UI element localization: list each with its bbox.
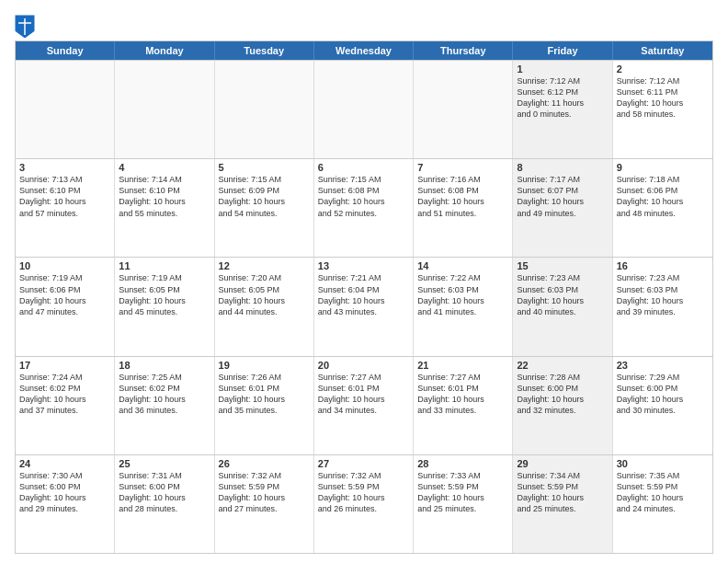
calendar-header-wednesday: Wednesday [314,41,414,60]
day-info: Sunrise: 7:31 AM Sunset: 6:00 PM Dayligh… [119,470,210,515]
day-number: 4 [119,162,210,173]
day-number: 25 [119,458,210,469]
calendar-cell: 13Sunrise: 7:21 AM Sunset: 6:04 PM Dayli… [314,258,414,355]
day-number: 7 [417,162,508,173]
day-info: Sunrise: 7:17 AM Sunset: 6:07 PM Dayligh… [517,174,608,219]
page: SundayMondayTuesdayWednesdayThursdayFrid… [0,0,728,563]
calendar-cell: 23Sunrise: 7:29 AM Sunset: 6:00 PM Dayli… [613,357,712,454]
day-number: 12 [219,260,310,271]
calendar-cell: 10Sunrise: 7:19 AM Sunset: 6:06 PM Dayli… [16,258,115,355]
calendar-cell: 9Sunrise: 7:18 AM Sunset: 6:06 PM Daylig… [613,159,712,257]
calendar-cell: 3Sunrise: 7:13 AM Sunset: 6:10 PM Daylig… [16,159,115,257]
calendar-header-sunday: Sunday [16,41,115,60]
day-number: 30 [617,458,709,469]
calendar-cell: 27Sunrise: 7:32 AM Sunset: 5:59 PM Dayli… [314,455,414,553]
day-info: Sunrise: 7:18 AM Sunset: 6:06 PM Dayligh… [617,174,709,219]
calendar-cell [16,61,115,158]
day-info: Sunrise: 7:34 AM Sunset: 5:59 PM Dayligh… [517,470,608,515]
day-number: 8 [517,162,608,173]
calendar-week-1: 1Sunrise: 7:12 AM Sunset: 6:12 PM Daylig… [16,60,712,158]
day-info: Sunrise: 7:32 AM Sunset: 5:59 PM Dayligh… [318,470,409,515]
calendar-cell: 19Sunrise: 7:26 AM Sunset: 6:01 PM Dayli… [215,357,314,454]
calendar-header-thursday: Thursday [414,41,513,60]
calendar-cell: 15Sunrise: 7:23 AM Sunset: 6:03 PM Dayli… [513,258,612,355]
calendar-cell: 4Sunrise: 7:14 AM Sunset: 6:10 PM Daylig… [115,159,214,257]
calendar-cell: 28Sunrise: 7:33 AM Sunset: 5:59 PM Dayli… [414,455,513,553]
day-info: Sunrise: 7:30 AM Sunset: 6:00 PM Dayligh… [19,470,110,515]
day-number: 19 [219,360,310,371]
calendar-header-saturday: Saturday [613,41,712,60]
day-info: Sunrise: 7:13 AM Sunset: 6:10 PM Dayligh… [19,174,110,219]
calendar-header: SundayMondayTuesdayWednesdayThursdayFrid… [16,41,712,60]
day-number: 5 [219,162,310,173]
day-info: Sunrise: 7:23 AM Sunset: 6:03 PM Dayligh… [617,272,709,317]
day-info: Sunrise: 7:28 AM Sunset: 6:00 PM Dayligh… [517,372,608,417]
calendar-cell: 17Sunrise: 7:24 AM Sunset: 6:02 PM Dayli… [16,357,115,454]
calendar-cell [414,61,513,158]
calendar-header-tuesday: Tuesday [215,41,314,60]
day-number: 9 [617,162,709,173]
calendar-cell: 24Sunrise: 7:30 AM Sunset: 6:00 PM Dayli… [16,455,115,553]
logo [15,15,35,35]
day-number: 11 [119,260,210,271]
day-number: 10 [19,260,110,271]
calendar-cell: 11Sunrise: 7:19 AM Sunset: 6:05 PM Dayli… [115,258,214,355]
calendar-cell: 5Sunrise: 7:15 AM Sunset: 6:09 PM Daylig… [215,159,314,257]
day-info: Sunrise: 7:15 AM Sunset: 6:08 PM Dayligh… [318,174,409,219]
logo-icon [15,15,31,35]
day-info: Sunrise: 7:35 AM Sunset: 5:59 PM Dayligh… [617,470,709,515]
day-info: Sunrise: 7:14 AM Sunset: 6:10 PM Dayligh… [119,174,210,219]
calendar-cell: 29Sunrise: 7:34 AM Sunset: 5:59 PM Dayli… [513,455,612,553]
day-info: Sunrise: 7:12 AM Sunset: 6:11 PM Dayligh… [617,75,709,121]
calendar-week-5: 24Sunrise: 7:30 AM Sunset: 6:00 PM Dayli… [16,454,712,553]
day-info: Sunrise: 7:33 AM Sunset: 5:59 PM Dayligh… [417,470,508,515]
day-info: Sunrise: 7:27 AM Sunset: 6:01 PM Dayligh… [318,372,409,417]
day-info: Sunrise: 7:29 AM Sunset: 6:00 PM Dayligh… [617,372,709,417]
calendar-cell: 7Sunrise: 7:16 AM Sunset: 6:08 PM Daylig… [414,159,513,257]
day-number: 23 [617,360,709,371]
calendar-cell: 2Sunrise: 7:12 AM Sunset: 6:11 PM Daylig… [613,61,712,158]
calendar-week-2: 3Sunrise: 7:13 AM Sunset: 6:10 PM Daylig… [16,158,712,257]
calendar-cell: 26Sunrise: 7:32 AM Sunset: 5:59 PM Dayli… [215,455,314,553]
day-info: Sunrise: 7:15 AM Sunset: 6:09 PM Dayligh… [219,174,310,219]
header [15,11,713,35]
day-info: Sunrise: 7:19 AM Sunset: 6:05 PM Dayligh… [119,272,210,317]
calendar-cell: 1Sunrise: 7:12 AM Sunset: 6:12 PM Daylig… [513,61,612,158]
day-info: Sunrise: 7:16 AM Sunset: 6:08 PM Dayligh… [417,174,508,219]
calendar: SundayMondayTuesdayWednesdayThursdayFrid… [15,40,713,554]
calendar-week-4: 17Sunrise: 7:24 AM Sunset: 6:02 PM Dayli… [16,356,712,454]
calendar-cell: 30Sunrise: 7:35 AM Sunset: 5:59 PM Dayli… [613,455,712,553]
day-number: 20 [318,360,409,371]
day-info: Sunrise: 7:26 AM Sunset: 6:01 PM Dayligh… [219,372,310,417]
day-number: 24 [19,458,110,469]
day-number: 17 [19,360,110,371]
calendar-cell: 22Sunrise: 7:28 AM Sunset: 6:00 PM Dayli… [513,357,612,454]
day-number: 27 [318,458,409,469]
day-info: Sunrise: 7:22 AM Sunset: 6:03 PM Dayligh… [417,272,508,317]
calendar-header-friday: Friday [513,41,612,60]
calendar-cell: 6Sunrise: 7:15 AM Sunset: 6:08 PM Daylig… [314,159,414,257]
day-number: 28 [417,458,508,469]
calendar-cell: 21Sunrise: 7:27 AM Sunset: 6:01 PM Dayli… [414,357,513,454]
day-info: Sunrise: 7:27 AM Sunset: 6:01 PM Dayligh… [417,372,508,417]
day-number: 1 [517,63,608,75]
day-info: Sunrise: 7:32 AM Sunset: 5:59 PM Dayligh… [219,470,310,515]
day-number: 3 [19,162,110,173]
day-number: 6 [318,162,409,173]
day-number: 21 [417,360,508,371]
day-number: 15 [517,260,608,271]
day-info: Sunrise: 7:12 AM Sunset: 6:12 PM Dayligh… [517,75,608,121]
calendar-week-3: 10Sunrise: 7:19 AM Sunset: 6:06 PM Dayli… [16,257,712,355]
calendar-cell: 25Sunrise: 7:31 AM Sunset: 6:00 PM Dayli… [115,455,214,553]
day-number: 13 [318,260,409,271]
calendar-cell [314,61,414,158]
calendar-cell: 18Sunrise: 7:25 AM Sunset: 6:02 PM Dayli… [115,357,214,454]
day-number: 26 [219,458,310,469]
day-info: Sunrise: 7:20 AM Sunset: 6:05 PM Dayligh… [219,272,310,317]
calendar-cell: 8Sunrise: 7:17 AM Sunset: 6:07 PM Daylig… [513,159,612,257]
day-number: 18 [119,360,210,371]
calendar-cell: 20Sunrise: 7:27 AM Sunset: 6:01 PM Dayli… [314,357,414,454]
calendar-cell [115,61,214,158]
calendar-cell: 16Sunrise: 7:23 AM Sunset: 6:03 PM Dayli… [613,258,712,355]
day-number: 29 [517,458,608,469]
